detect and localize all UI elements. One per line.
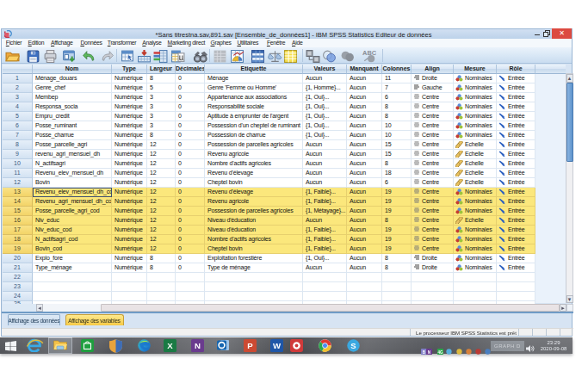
svg-text:N: N <box>428 350 430 355</box>
svg-text:P: P <box>247 341 253 350</box>
svg-text:X: X <box>167 341 173 350</box>
svg-text:4G: 4G <box>437 350 443 355</box>
svg-text:S: S <box>350 341 356 350</box>
svg-text:N: N <box>195 341 201 350</box>
svg-text:W: W <box>273 341 282 350</box>
